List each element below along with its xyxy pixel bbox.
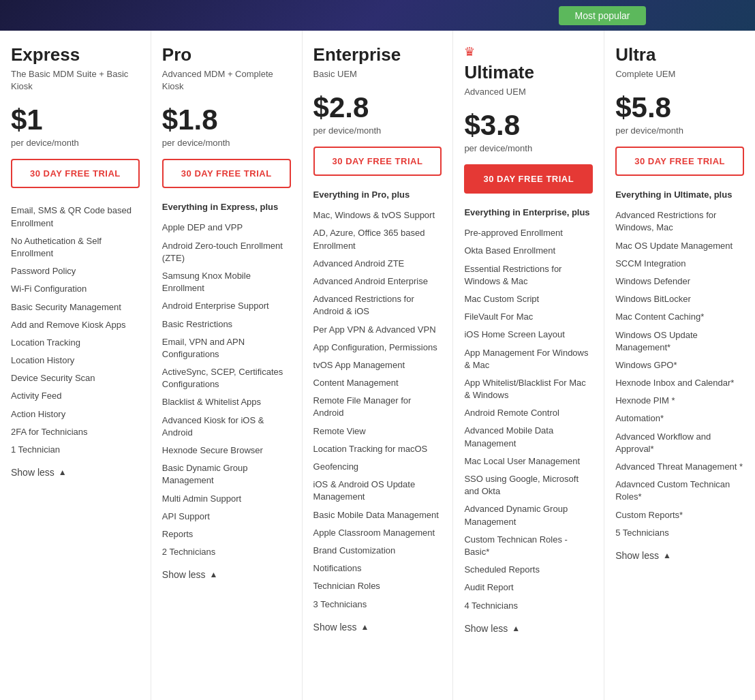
show-less-btn-enterprise[interactable]: Show less ▲ [313,622,369,633]
plan-price-ultra: $5.8 [615,91,744,124]
trial-btn-pro[interactable]: 30 DAY FREE TRIAL [162,159,291,188]
feature-item: Advanced Kiosk for iOS & Android [162,412,291,442]
feature-item: AD, Azure, Office 365 based Enrollment [313,224,442,254]
plan-price-express: $1 [11,104,140,136]
show-less-label: Show less [464,623,508,634]
feature-item: Mac Content Caching* [615,308,744,326]
feature-item: Mac Custom Script [464,290,593,308]
show-less-label: Show less [615,550,659,561]
section-header-ultimate: Everything in Enterprise, plus [464,207,593,217]
feature-item: Device Security Scan [11,369,140,387]
plan-name-express: Express [11,44,140,65]
crown-icon: ♛ [464,44,593,59]
feature-item: Advanced Workflow and Approval* [615,428,744,458]
most-popular-badge: Most popular [559,6,647,25]
feature-item: Adavnced Custom Technican Roles* [615,476,744,506]
feature-item: App Management For Windows & Mac [464,344,593,374]
plan-subtitle-enterprise: Basic UEM [313,68,442,80]
feature-item: Password Policy [11,262,140,280]
feature-item: 4 Technicians [464,597,593,615]
feature-item: Advanced Mobile Data Management [464,422,593,452]
plan-price-period-ultra: per device/month [615,125,744,136]
show-less-btn-ultimate[interactable]: Show less ▲ [464,623,520,634]
feature-item: Email, SMS & QR Code based Enrollment [11,202,140,232]
feature-item: Action History [11,406,140,423]
feature-item: Scheduled Reports [464,561,593,579]
feature-item: Advanced Android ZTE [313,255,442,273]
feature-item: FileVault For Mac [464,308,593,326]
plan-subtitle-pro: Advanced MDM + Complete Kiosk [162,68,291,93]
feature-item: Hexnode PIM * [615,392,744,410]
top-bar: Most popular [0,0,755,31]
feature-item: App Whitelist/Blacklist For Mac & Window… [464,374,593,404]
feature-item: No Authetication & Self Enrollment [11,232,140,262]
trial-btn-ultimate[interactable]: 30 DAY FREE TRIAL [464,164,593,194]
feature-item: iOS & Android OS Update Management [313,476,442,506]
feature-item: Multi Admin Support [162,490,291,508]
feature-item: Basic Security Management [11,299,140,316]
feature-item: Content Management [313,374,442,392]
plan-price-pro: $1.8 [162,104,291,136]
feature-item: 1 Technician [11,441,140,459]
plan-header-pro: Pro Advanced MDM + Complete Kiosk $1.8 p… [162,44,291,188]
feature-item: Mac Local User Management [464,453,593,470]
feature-item: SCCM Integration [615,255,744,273]
chevron-up-icon: ▲ [663,551,671,560]
feature-item: Remote View [313,423,442,440]
plan-price-period-pro: per device/month [162,138,291,148]
plan-name-enterprise: Enterprise [313,44,442,65]
feature-item: Basic Dynamic Group Management [162,459,291,489]
section-header-ultra: Everything in Ultimate, plus [615,189,744,200]
show-less-btn-pro[interactable]: Show less ▲ [162,569,218,580]
plan-price-period-enterprise: per device/month [313,125,442,136]
feature-item: tvOS App Management [313,356,442,374]
feature-item: Hexnode Secure Browser [162,442,291,459]
feature-item: Blacklist & Whitelist Apps [162,393,291,411]
show-less-btn-ultra[interactable]: Show less ▲ [615,550,671,561]
plan-subtitle-ultimate: Advanced UEM [464,86,593,98]
feature-item: ActiveSync, SCEP, Certificates Configura… [162,363,291,393]
feature-item: Notifications [313,560,442,577]
show-less-btn-express[interactable]: Show less ▲ [11,467,67,478]
feature-item: Location Tracking for macOS [313,440,442,458]
feature-item: Remote File Manager for Android [313,392,442,422]
feature-item: Reports [162,526,291,543]
plan-col-ultra: Ultra Complete UEM $5.8 per device/month… [604,31,755,700]
feature-item: Automation* [615,410,744,427]
feature-item: Android Remote Control [464,404,593,422]
plan-header-express: Express The Basic MDM Suite + Basic Kios… [11,44,140,188]
feature-item: Apple Classroom Management [313,524,442,542]
feature-item: Essential Restrictions for Windows & Mac [464,260,593,290]
plan-header-ultimate: Ultimate Advanced UEM $3.8 per device/mo… [464,62,593,194]
plan-col-express: Express The Basic MDM Suite + Basic Kios… [0,31,151,700]
plan-price-period-express: per device/month [11,138,140,148]
feature-item: Technician Roles [313,577,442,595]
trial-btn-enterprise[interactable]: 30 DAY FREE TRIAL [313,147,442,176]
feature-item: Windows OS Update Management* [615,326,744,356]
feature-item: 5 Technicians [615,524,744,542]
feature-item: Audit Report [464,579,593,596]
plan-name-ultra: Ultra [615,44,744,65]
plan-name-pro: Pro [162,44,291,65]
feature-item: Windows BitLocker [615,290,744,308]
feature-item: Location History [11,352,140,369]
chevron-up-icon: ▲ [360,622,369,632]
feature-item: Advanced Dynamic Group Management [464,500,593,530]
section-header-enterprise: Everything in Pro, plus [313,189,442,200]
feature-item: Apple DEP and VPP [162,219,291,237]
feature-item: Activity Feed [11,387,140,405]
feature-item: 2FA for Technicians [11,423,140,441]
section-header-pro: Everything in Express, plus [162,202,291,212]
chevron-up-icon: ▲ [512,624,520,633]
show-less-label: Show less [162,569,206,580]
trial-btn-express[interactable]: 30 DAY FREE TRIAL [11,159,140,188]
plan-price-enterprise: $2.8 [313,91,442,124]
trial-btn-ultra[interactable]: 30 DAY FREE TRIAL [615,147,744,176]
chevron-up-icon: ▲ [210,570,218,579]
feature-item: SSO using Google, Microsoft and Okta [464,470,593,500]
feature-item: Android Zero-touch Enrollment (ZTE) [162,237,291,267]
feature-item: iOS Home Screen Layout [464,326,593,344]
feature-item: Android Enterprise Support [162,297,291,315]
feature-item: Advanced Threat Management * [615,458,744,476]
plan-name-ultimate: Ultimate [464,62,593,83]
